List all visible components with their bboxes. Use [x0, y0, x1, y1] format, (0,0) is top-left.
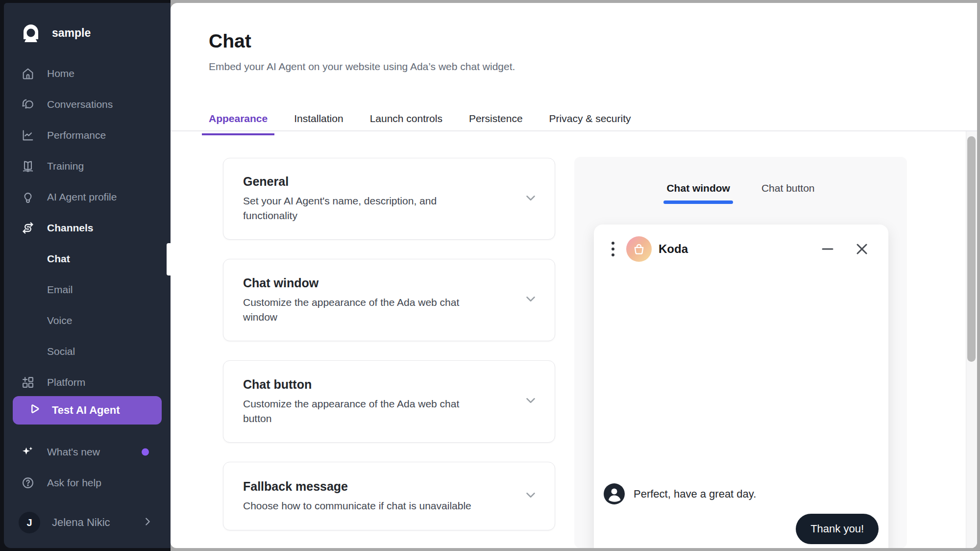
sidebar-item-label: Platform	[47, 376, 85, 388]
card-general[interactable]: General Set your AI Agent's name, descri…	[223, 158, 555, 240]
workspace-switcher[interactable]: sample	[4, 3, 171, 44]
sidebar-item-channels[interactable]: Channels	[4, 212, 171, 243]
workspace-name: sample	[52, 26, 91, 40]
home-icon	[21, 66, 35, 81]
sparkles-icon	[21, 445, 35, 459]
tabs-divider	[171, 130, 977, 131]
bot-message: Perfect, have a great day.	[604, 483, 756, 504]
card-fallback-message[interactable]: Fallback message Choose how to communica…	[223, 462, 555, 530]
sidebar-item-training[interactable]: Training	[4, 150, 171, 181]
performance-icon	[21, 128, 35, 143]
card-title: General	[243, 175, 498, 189]
sidebar-item-whats-new[interactable]: What's new	[4, 436, 171, 467]
channels-icon	[21, 221, 35, 235]
play-icon	[27, 402, 41, 419]
vertical-scrollbar	[966, 131, 977, 548]
card-chat-window[interactable]: Chat window Customize the appearance of …	[223, 259, 555, 341]
sidebar-item-label: AI Agent profile	[47, 191, 117, 203]
sidebar-item-label: Voice	[47, 315, 72, 326]
help-icon	[21, 476, 35, 490]
ada-logo-icon	[21, 22, 41, 44]
bot-message-text: Perfect, have a great day.	[634, 488, 756, 501]
sidebar-item-label: Email	[47, 284, 73, 296]
sidebar-item-social[interactable]: Social	[4, 336, 171, 367]
whats-new-badge	[142, 448, 149, 455]
preview-tab-label: Chat button	[761, 182, 815, 194]
sidebar-item-label: Ask for help	[47, 477, 101, 489]
preview-panel: Chat window Chat button Koda	[574, 157, 907, 548]
active-item-indicator	[167, 243, 171, 276]
preview-tab-chat-window[interactable]: Chat window	[666, 182, 730, 201]
conversations-icon	[21, 97, 35, 112]
chat-widget-header: Koda	[594, 225, 888, 266]
sidebar-item-label: Channels	[47, 222, 94, 234]
preview-tabs: Chat window Chat button	[574, 157, 907, 201]
page-title: Chat	[209, 30, 251, 52]
bot-name: Koda	[659, 242, 688, 256]
card-description: Set your AI Agent's name, description, a…	[243, 194, 478, 223]
bot-avatar	[626, 236, 652, 262]
card-description: Customize the appearance of the Ada web …	[243, 397, 478, 426]
page-subtitle: Embed your AI Agent on your website usin…	[209, 61, 515, 73]
chevron-down-icon[interactable]	[523, 488, 538, 504]
sidebar-item-label: Home	[47, 68, 74, 79]
test-ai-agent-button[interactable]: Test AI Agent	[13, 396, 162, 425]
kebab-menu-icon[interactable]	[609, 239, 617, 259]
card-title: Fallback message	[243, 479, 498, 494]
chevron-right-icon	[142, 516, 153, 529]
sidebar-item-chat[interactable]: Chat	[4, 243, 171, 274]
preview-tab-label: Chat window	[666, 182, 730, 194]
bot-message-avatar-icon	[604, 483, 625, 504]
chat-widget-preview: Koda Perfect, have a great day. Thank yo…	[594, 225, 888, 548]
chevron-down-icon[interactable]	[523, 292, 538, 308]
sidebar-item-ask-for-help[interactable]: Ask for help	[4, 467, 171, 498]
sidebar: sample Home Conversations Performance Tr…	[4, 3, 171, 548]
training-icon	[21, 159, 35, 174]
main-content: Chat Embed your AI Agent on your website…	[171, 3, 977, 548]
sidebar-item-performance[interactable]: Performance	[4, 120, 171, 150]
minimize-icon[interactable]	[819, 240, 836, 258]
sidebar-item-conversations[interactable]: Conversations	[4, 89, 171, 120]
chevron-down-icon[interactable]	[523, 191, 538, 207]
preview-tab-chat-button[interactable]: Chat button	[761, 182, 815, 201]
platform-icon	[21, 375, 35, 390]
card-description: Choose how to communicate if chat is una…	[243, 499, 498, 513]
user-menu[interactable]: J Jelena Nikic	[4, 512, 171, 533]
sidebar-item-home[interactable]: Home	[4, 58, 171, 89]
chevron-down-icon[interactable]	[523, 393, 538, 410]
card-title: Chat window	[243, 276, 498, 290]
sidebar-item-label: What's new	[47, 446, 100, 458]
active-tab-underline	[663, 200, 733, 204]
lightbulb-icon	[21, 190, 35, 204]
card-title: Chat button	[243, 377, 498, 392]
test-ai-agent-label: Test AI Agent	[52, 404, 120, 417]
sidebar-item-label: Conversations	[47, 99, 113, 110]
card-chat-button[interactable]: Chat button Customize the appearance of …	[223, 360, 555, 443]
close-icon[interactable]	[853, 240, 871, 258]
sidebar-item-label: Social	[47, 346, 75, 357]
avatar: J	[19, 512, 40, 533]
sidebar-item-voice[interactable]: Voice	[4, 305, 171, 336]
user-message-bubble: Thank you!	[796, 514, 879, 544]
sidebar-item-ai-agent-profile[interactable]: AI Agent profile	[4, 181, 171, 212]
user-name: Jelena Nikic	[52, 516, 110, 529]
sidebar-item-label: Performance	[47, 129, 106, 141]
sidebar-item-label: Training	[47, 160, 84, 172]
sidebar-item-label: Chat	[47, 253, 70, 265]
card-description: Customize the appearance of the Ada web …	[243, 295, 478, 325]
sidebar-item-email[interactable]: Email	[4, 274, 171, 305]
vertical-scrollbar-thumb[interactable]	[967, 136, 976, 362]
sidebar-item-platform[interactable]: Platform	[4, 367, 171, 398]
